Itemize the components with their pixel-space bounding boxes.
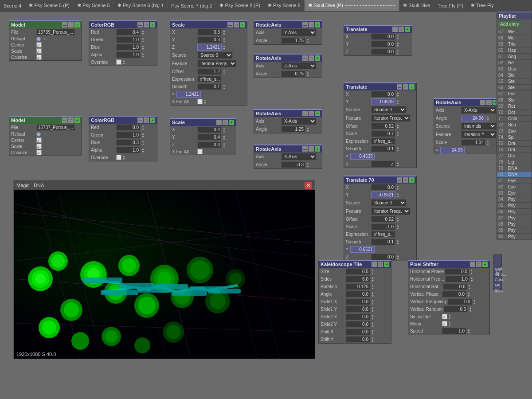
t2-close-btn[interactable]: □: [403, 84, 408, 90]
tab-psy6[interactable]: ✱ Psy Scene 6 (big 1: [114, 0, 168, 11]
ra5-min-btn[interactable]: —: [480, 100, 485, 105]
playlist-item-82[interactable]: 82Eye: [497, 184, 532, 190]
ra2-min-btn[interactable]: —: [302, 55, 308, 61]
ra3-min-btn[interactable]: —: [302, 111, 308, 116]
playlist-item-58[interactable]: 58We: [497, 35, 532, 41]
tab-skull-dive-p[interactable]: ✱ Skull Dive (P) ~~~~~~~~~~~~~~~~~~: [305, 0, 399, 11]
green-spin[interactable]: ▲▼: [141, 37, 145, 43]
t2-source-select[interactable]: Source 0: [371, 106, 407, 113]
kaleido-close-btn[interactable]: □: [378, 262, 383, 267]
playlist-item-61[interactable]: 61Ang: [497, 54, 532, 60]
ra1-close-btn[interactable]: □: [309, 22, 314, 27]
t3-add-btn[interactable]: +: [409, 177, 415, 183]
playlist-item-79[interactable]: 79DNA: [497, 165, 532, 172]
t2-feature-select[interactable]: Iterator Freqs.: [371, 114, 411, 122]
ra4-min-btn[interactable]: —: [302, 146, 308, 152]
playlist-item-73[interactable]: 73Zoo: [497, 128, 532, 134]
playlist-item-57[interactable]: 57We: [497, 29, 532, 35]
scale1-close-btn[interactable]: □: [234, 22, 239, 27]
tab-psy7[interactable]: Psy Scene 7 (big 2: [168, 0, 216, 11]
playlist-item-69[interactable]: 69Rot: [497, 103, 532, 110]
playlist-item-81[interactable]: 81Eye: [497, 178, 532, 184]
ra5-close-btn[interactable]: □: [486, 100, 492, 105]
ra5-axis-select[interactable]: X-Axis: [461, 106, 497, 114]
ra1-axis-select[interactable]: Y-Axis: [281, 29, 317, 36]
playlist-item-76[interactable]: 76Dra: [497, 147, 532, 153]
scale2-min-btn[interactable]: —: [216, 120, 222, 125]
playlist-item-60[interactable]: 60Hap: [497, 47, 532, 54]
playlist-item-66[interactable]: 66Ste: [497, 85, 532, 91]
scale1-source-select[interactable]: Source 0: [197, 51, 233, 59]
tab-tree-fly-p[interactable]: Tree Fly (P): [434, 0, 467, 11]
t3-min-btn[interactable]: —: [397, 177, 402, 183]
scale1-xforall-check[interactable]: [197, 99, 203, 104]
ra5-feature-select[interactable]: Iteration #: [461, 131, 497, 138]
model2-min-btn[interactable]: —: [62, 117, 67, 123]
ra1-min-btn[interactable]: —: [302, 22, 308, 27]
playlist-item-87[interactable]: 87Psy: [497, 215, 532, 221]
playlist-item-83[interactable]: 83Eye: [497, 190, 532, 196]
preview-close-button[interactable]: ✕: [305, 182, 312, 189]
playlist-item-78[interactable]: 78Lig: [497, 159, 532, 165]
model1-colorize-check[interactable]: [36, 55, 42, 60]
playlist-item-84[interactable]: 84Psy: [497, 196, 532, 203]
red-spin[interactable]: ▲▼: [141, 29, 145, 35]
playlist-item-68[interactable]: 68Ste: [497, 97, 532, 103]
override2-check[interactable]: [116, 155, 121, 160]
tab-skull-dive[interactable]: ✱ Skull Dive: [399, 0, 434, 11]
ra2-add-btn[interactable]: +: [315, 55, 320, 61]
tab-psy8[interactable]: ✱ Psy Scene 8: [264, 0, 305, 11]
scale2-add-btn[interactable]: +: [229, 120, 234, 125]
playlist-item-77[interactable]: 77Dar: [497, 153, 532, 159]
model2-colorize-check[interactable]: [36, 150, 42, 155]
tab-tree-fly[interactable]: ✱ Tree Fly: [467, 0, 498, 11]
ps-add-btn[interactable]: +: [482, 262, 488, 267]
t1-add-btn[interactable]: +: [405, 27, 410, 32]
t1-min-btn[interactable]: —: [392, 27, 398, 32]
ra3-axis-select[interactable]: X-Axis: [281, 117, 317, 125]
override2-spin[interactable]: ▲▼: [122, 154, 125, 160]
playlist-item-86[interactable]: 86Psy: [497, 209, 532, 215]
tab-psy8p[interactable]: ✱ Psy Scene 8 (P): [216, 0, 264, 11]
tab-scene4[interactable]: Scene 4: [0, 0, 25, 11]
model1-min-btn[interactable]: —: [62, 22, 67, 27]
colorrgb1-close-btn[interactable]: □: [144, 22, 149, 27]
ra4-axis-select[interactable]: X-Axis: [281, 153, 317, 160]
model2-center-check[interactable]: [36, 137, 42, 143]
playlist-item-63[interactable]: 63Dou: [497, 66, 532, 72]
playlist-item-65[interactable]: 65Ste: [497, 78, 532, 85]
red2-spin[interactable]: ▲▼: [141, 125, 145, 131]
kaleido-add-btn[interactable]: +: [384, 262, 389, 267]
playlist-item-62[interactable]: 62Ne: [497, 60, 532, 66]
scale1-min-btn[interactable]: —: [227, 22, 233, 27]
playlist-item-72[interactable]: 72Sou: [497, 122, 532, 128]
ps-close-btn[interactable]: □: [476, 262, 481, 267]
model2-close-btn[interactable]: □: [68, 117, 74, 123]
t2-add-btn[interactable]: +: [409, 84, 415, 90]
playlist-item-67[interactable]: 67Fre: [497, 91, 532, 97]
ra3-close-btn[interactable]: □: [309, 111, 314, 116]
colorrgb2-min-btn[interactable]: —: [137, 117, 143, 123]
model2-reload-dot[interactable]: [36, 132, 41, 137]
playlist-item-88[interactable]: 88Psy: [497, 221, 532, 227]
playlist-item-80[interactable]: 80DNA: [497, 172, 532, 178]
playlist-item-64[interactable]: 64Ste: [497, 72, 532, 78]
sinusoidal-check[interactable]: [442, 314, 447, 319]
ra4-close-btn[interactable]: □: [309, 146, 314, 152]
blue-spin[interactable]: ▲▼: [141, 44, 145, 51]
override-spin[interactable]: ▲▼: [122, 59, 125, 65]
model1-center-check[interactable]: [36, 42, 42, 47]
colorrgb2-close-btn[interactable]: □: [144, 117, 149, 123]
scale2-xforall-check[interactable]: [197, 149, 203, 154]
model2-scale-check[interactable]: [36, 144, 42, 149]
playlist-item-75[interactable]: 75Dra: [497, 141, 532, 147]
tab-bar[interactable]: Scene 4 ✱ Psy Scene 5 (P) ✱ Psy Scene 5 …: [0, 0, 532, 12]
colorrgb2-add-btn[interactable]: +: [150, 117, 155, 123]
tab-psy5p[interactable]: ✱ Psy Scene 5 (P): [25, 0, 74, 11]
ra2-close-btn[interactable]: □: [309, 55, 314, 61]
playlist-item-59[interactable]: 59Trio: [497, 41, 532, 47]
model1-reload-dot[interactable]: [36, 37, 41, 41]
colorrgb1-min-btn[interactable]: —: [137, 22, 143, 27]
colorrgb1-add-btn[interactable]: +: [150, 22, 155, 27]
mirror-check[interactable]: [442, 321, 447, 326]
